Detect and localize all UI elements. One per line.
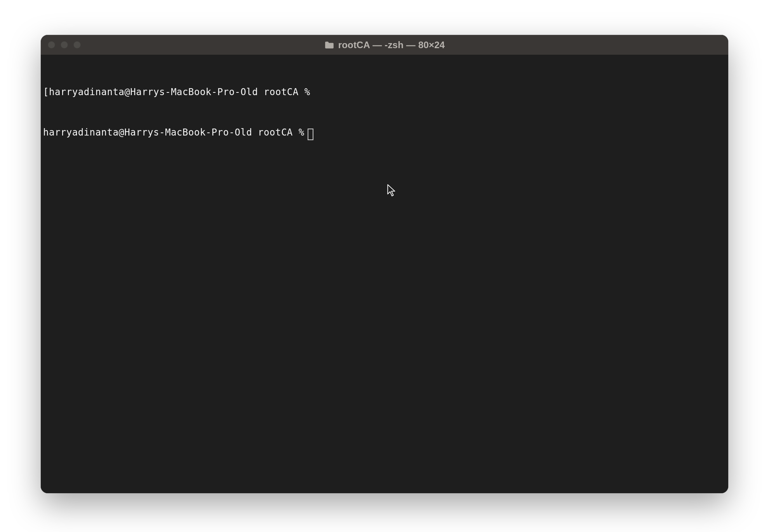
terminal-line: harryadinanta@Harrys-MacBook-Pro-Old roo…: [43, 126, 726, 139]
titlebar[interactable]: rootCA — -zsh — 80×24: [41, 35, 728, 55]
minimize-icon[interactable]: [61, 41, 68, 49]
folder-icon: [324, 41, 334, 49]
terminal-window: rootCA — -zsh — 80×24 [harryadinanta@Har…: [41, 35, 728, 493]
text-cursor: [308, 129, 313, 140]
title-content: rootCA — -zsh — 80×24: [41, 40, 728, 50]
terminal-body[interactable]: [harryadinanta@Harrys-MacBook-Pro-Old ro…: [41, 55, 728, 493]
maximize-icon[interactable]: [73, 41, 81, 49]
terminal-line: [harryadinanta@Harrys-MacBook-Pro-Old ro…: [43, 85, 726, 99]
close-icon[interactable]: [48, 41, 55, 49]
bracket-open: [: [43, 85, 49, 99]
shell-prompt: harryadinanta@Harrys-MacBook-Pro-Old roo…: [43, 126, 304, 139]
mouse-cursor-icon: [351, 170, 397, 214]
shell-prompt: harryadinanta@Harrys-MacBook-Pro-Old roo…: [49, 85, 310, 99]
window-title: rootCA — -zsh — 80×24: [338, 40, 445, 50]
window-controls: [48, 41, 81, 49]
